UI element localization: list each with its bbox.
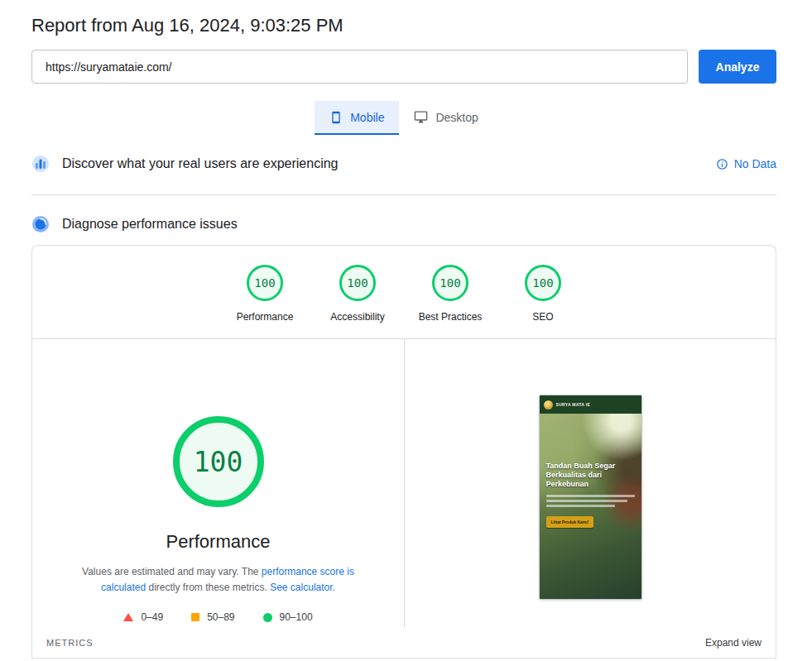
score-circle: 100 xyxy=(432,265,468,301)
analyze-button[interactable]: Analyze xyxy=(699,50,776,84)
field-data-status: No Data xyxy=(716,157,776,170)
screenshot-column: SURYA MATA IE Tandan Buah Segar Berkuali… xyxy=(405,339,776,627)
disclaimer-text: Values are estimated and may vary. The xyxy=(82,566,262,577)
thumb-headline: Tandan Buah Segar Berkualitas dari Perke… xyxy=(546,462,635,489)
see-calculator-link[interactable]: See calculator. xyxy=(270,582,335,593)
legend-fail: 0–49 xyxy=(123,611,163,623)
pass-circle-icon xyxy=(263,613,272,622)
tab-mobile-label: Mobile xyxy=(350,111,384,124)
field-data-section: Discover what your real users are experi… xyxy=(31,155,776,195)
lab-data-title: Diagnose performance issues xyxy=(62,217,238,232)
score-legend: 0–49 50–89 90–100 xyxy=(123,611,312,623)
thumb-site-header: SURYA MATA IE xyxy=(540,395,641,414)
tab-desktop[interactable]: Desktop xyxy=(399,101,492,135)
score-label: Performance xyxy=(237,311,294,323)
gauge-column: 100 Performance Values are estimated and… xyxy=(32,339,405,627)
report-card: 100 Performance 100 Accessibility 100 Be… xyxy=(31,245,776,659)
score-circle: 100 xyxy=(339,265,376,301)
average-square-icon xyxy=(191,613,199,621)
pagespeed-report-page: Report from Aug 16, 2024, 9:03:25 PM Ana… xyxy=(0,0,812,659)
site-logo-icon xyxy=(544,400,553,410)
score-disclaimer: Values are estimated and may vary. The p… xyxy=(62,564,375,596)
performance-detail: 100 Performance Values are estimated and… xyxy=(32,339,776,627)
legend-range: 0–49 xyxy=(141,611,163,623)
score-label: SEO xyxy=(532,311,553,323)
fail-triangle-icon xyxy=(123,613,133,621)
score-circle: 100 xyxy=(247,265,283,301)
lab-data-section: Diagnose performance issues xyxy=(31,215,776,233)
legend-range: 90–100 xyxy=(280,611,313,623)
url-input[interactable] xyxy=(31,50,688,84)
score-circle: 100 xyxy=(525,265,561,301)
disclaimer-text: directly from these metrics. xyxy=(146,582,270,593)
thumb-hero: Tandan Buah Segar Berkualitas dari Perke… xyxy=(540,414,641,599)
tab-desktop-label: Desktop xyxy=(435,111,478,124)
thumb-cta-button: Lihat Produk Kami! xyxy=(546,516,594,528)
legend-pass: 90–100 xyxy=(263,611,313,623)
score-best-practices[interactable]: 100 Best Practices xyxy=(420,265,480,323)
device-tabs: Mobile Desktop xyxy=(31,101,776,135)
no-data-label: No Data xyxy=(734,157,776,170)
score-seo[interactable]: 100 SEO xyxy=(513,265,573,323)
site-name: SURYA MATA IE xyxy=(556,402,591,407)
score-accessibility[interactable]: 100 Accessibility xyxy=(328,265,387,323)
report-title: Report from Aug 16, 2024, 9:03:25 PM xyxy=(31,15,776,36)
expand-view-button[interactable]: Expand view xyxy=(705,637,762,649)
field-data-title: Discover what your real users are experi… xyxy=(62,156,338,171)
legend-range: 50–89 xyxy=(207,611,234,623)
gauge-title: Performance xyxy=(166,531,271,553)
info-icon[interactable] xyxy=(716,158,728,170)
score-performance[interactable]: 100 Performance xyxy=(235,265,295,323)
tab-mobile[interactable]: Mobile xyxy=(315,101,399,135)
speedometer-icon xyxy=(31,215,50,233)
metrics-heading: METRICS xyxy=(46,638,94,648)
users-chart-icon xyxy=(31,155,50,173)
legend-average: 50–89 xyxy=(191,611,234,623)
thumb-paragraph-lines xyxy=(546,495,635,507)
analyze-bar: Analyze xyxy=(31,50,776,84)
monitor-icon xyxy=(414,110,428,124)
category-scores: 100 Performance 100 Accessibility 100 Be… xyxy=(32,246,776,323)
smartphone-icon xyxy=(329,111,343,124)
score-label: Best Practices xyxy=(419,311,483,323)
page-screenshot-thumbnail[interactable]: SURYA MATA IE Tandan Buah Segar Berkuali… xyxy=(539,395,642,600)
metrics-bar: METRICS Expand view xyxy=(32,627,776,659)
performance-gauge: 100 xyxy=(173,416,264,507)
score-label: Accessibility xyxy=(330,311,384,323)
